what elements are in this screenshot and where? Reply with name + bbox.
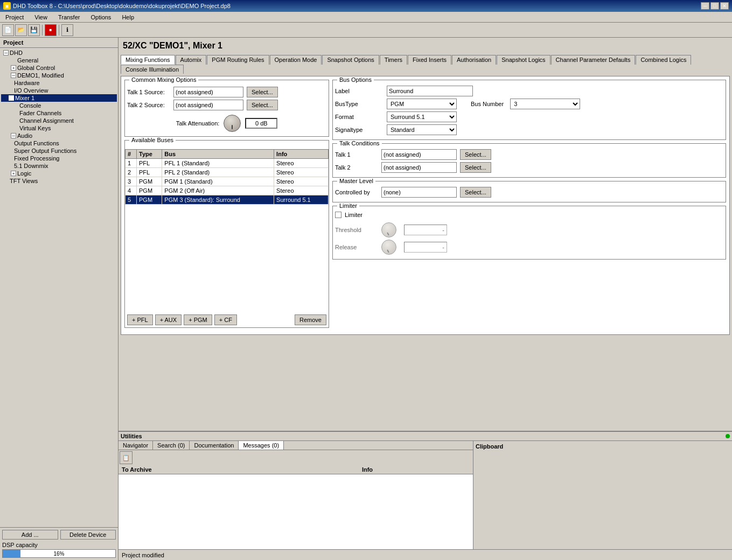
tab-snapshot-options[interactable]: Snapshot Options [322, 55, 379, 65]
bus-row-3[interactable]: 3 PGM PGM 1 (Standard) Stereo [126, 177, 329, 186]
info-button[interactable]: ℹ [61, 24, 73, 36]
tc-talk1-select[interactable]: Select... [460, 149, 491, 160]
menu-project[interactable]: Project [2, 13, 27, 21]
tree-item-general[interactable]: General [1, 57, 117, 64]
tree-label-console: Console [19, 102, 41, 109]
bus-row-2[interactable]: 2 PFL PFL 2 (Standard) Stereo [126, 168, 329, 177]
tree-item-superout[interactable]: Super Output Functions [1, 147, 117, 155]
talk1-select-button[interactable]: Select... [247, 87, 278, 97]
tree-expand-dhd[interactable]: ─ [3, 50, 9, 55]
maximize-button[interactable]: □ [710, 2, 719, 10]
tab-automix[interactable]: Automix [176, 55, 207, 65]
tree-item-logic[interactable]: + Logic [1, 170, 117, 177]
bus-num-1: 1 [126, 159, 137, 168]
tab-mixing-functions[interactable]: Mixing Functions [121, 55, 175, 65]
title-bar-buttons[interactable]: ─ □ ✕ [701, 2, 729, 10]
tree-item-virtkeys[interactable]: Virtual Keys [1, 124, 117, 132]
tree-expand-logic[interactable]: + [11, 171, 16, 176]
add-cf-button[interactable]: + CF [214, 314, 237, 325]
talk-atten-label: Talk Attenuation: [176, 120, 220, 127]
controlled-select[interactable]: Select... [460, 187, 491, 198]
util-tab-documentation[interactable]: Documentation [190, 441, 239, 450]
bus-row-1[interactable]: 1 PFL PFL 1 (Standard) Stereo [126, 159, 329, 168]
utilities-panel: Utilities Navigator Search (0) Documenta… [118, 431, 732, 549]
tree-item-hardware[interactable]: Hardware [1, 79, 117, 87]
tree-item-globalcontrol[interactable]: + Global Control [1, 64, 117, 72]
add-aux-button[interactable]: + AUX [155, 314, 182, 325]
tree-item-mixer1[interactable]: ─ Mixer 1 [1, 94, 117, 102]
signaltype-select[interactable]: Standard [387, 124, 457, 135]
tree-item-audio[interactable]: ─ Audio [1, 132, 117, 139]
clipboard-label: Clipboard [476, 443, 503, 450]
tree-item-tft[interactable]: TFT Views [1, 177, 117, 185]
tree-item-demo1[interactable]: ─ DEMO1, Modified [1, 72, 117, 79]
archive-icon[interactable]: 📋 [120, 451, 133, 464]
menu-help[interactable]: Help [118, 13, 137, 21]
new-button[interactable]: 📄 [2, 24, 14, 36]
add-pfl-button[interactable]: + PFL [127, 314, 153, 325]
util-tab-messages[interactable]: Messages (0) [239, 441, 284, 450]
tree-item-io[interactable]: I/O Overview [1, 87, 117, 94]
remove-button[interactable]: Remove [295, 314, 326, 325]
talk-atten-knob[interactable] [224, 115, 241, 132]
tree-item-console[interactable]: Console [1, 102, 117, 109]
buses-title: Available Buses [129, 137, 176, 143]
tab-operation-mode[interactable]: Operation Mode [270, 55, 322, 65]
tc-talk1-input[interactable] [381, 149, 457, 160]
util-tab-search[interactable]: Search (0) [153, 441, 190, 450]
controlled-input[interactable] [381, 187, 457, 198]
menu-view[interactable]: View [31, 13, 51, 21]
release-knob[interactable] [381, 240, 396, 255]
util-tab-navigator[interactable]: Navigator [118, 441, 153, 450]
tree-item-dhd[interactable]: ─ DHD [1, 49, 117, 57]
stop-button[interactable]: ■ [45, 24, 57, 36]
bus-row-4[interactable]: 4 PGM PGM 2 (Off Air) Stereo [126, 186, 329, 195]
tree-item-outfunc[interactable]: Output Functions [1, 139, 117, 147]
tab-fixed-inserts[interactable]: Fixed Inserts [408, 55, 451, 65]
tab-timers[interactable]: Timers [380, 55, 407, 65]
menu-transfer[interactable]: Transfer [55, 13, 83, 21]
tree-expand-demo[interactable]: ─ [11, 73, 16, 78]
utilities-title: Utilities [121, 433, 142, 439]
bustype-select[interactable]: PGM [387, 99, 457, 109]
tree-item-fader[interactable]: Fader Channels [1, 109, 117, 117]
bus-number-select[interactable]: 3 [510, 99, 580, 109]
save-button[interactable]: 💾 [28, 24, 40, 36]
talk2-select-button[interactable]: Select... [247, 100, 278, 110]
limiter-checkbox-row: Limiter [335, 212, 723, 218]
bus-num-5: 5 [126, 195, 137, 205]
sidebar-header: Project [0, 38, 118, 48]
tab-authorisation[interactable]: Authorisation [452, 55, 496, 65]
status-text: Project modified [122, 552, 164, 558]
tree-item-chanassign[interactable]: Channel Assignment [1, 117, 117, 124]
add-device-button[interactable]: Add ... [2, 530, 58, 540]
tab-pgm-routing[interactable]: PGM Routing Rules [207, 55, 269, 65]
tc-talk2-input[interactable] [381, 162, 457, 173]
status-bar: Project modified [118, 549, 732, 560]
label-input[interactable] [387, 86, 473, 96]
delete-device-button[interactable]: Delete Device [60, 530, 116, 540]
tab-channel-param[interactable]: Channel Parameter Defaults [551, 55, 636, 65]
bustype-row: BusType PGM Bus Number 3 [335, 99, 723, 109]
tree-expand-mixer[interactable]: ─ [9, 95, 14, 101]
talk2-input[interactable] [173, 100, 243, 110]
format-select[interactable]: Surround 5.1 [387, 111, 457, 122]
tree-expand-gc[interactable]: + [11, 65, 16, 71]
talk1-input[interactable] [173, 87, 243, 97]
tree-item-fixedproc[interactable]: Fixed Processing [1, 155, 117, 162]
tc-talk2-select[interactable]: Select... [460, 162, 491, 173]
tab-snapshot-logics[interactable]: Snapshot Logics [497, 55, 550, 65]
title-bar-left: ▣ DHD Toolbox 8 - C:\Users\prod\Desktop\… [3, 2, 231, 10]
menu-options[interactable]: Options [87, 13, 114, 21]
minimize-button[interactable]: ─ [701, 2, 709, 10]
threshold-knob[interactable] [381, 222, 396, 237]
open-button[interactable]: 📂 [15, 24, 27, 36]
add-pgm-button[interactable]: + PGM [184, 314, 212, 325]
bus-row-5[interactable]: 5 PGM PGM 3 (Standard): Surround Surroun… [126, 195, 329, 205]
tab-console-illumination[interactable]: Console Illumination [121, 65, 184, 74]
limiter-checkbox[interactable] [335, 212, 341, 218]
tree-expand-audio[interactable]: ─ [11, 133, 16, 138]
tab-combined-logics[interactable]: Combined Logics [636, 55, 691, 65]
close-button[interactable]: ✕ [720, 2, 729, 10]
tree-item-downmix[interactable]: 5.1 Downmix [1, 162, 117, 170]
